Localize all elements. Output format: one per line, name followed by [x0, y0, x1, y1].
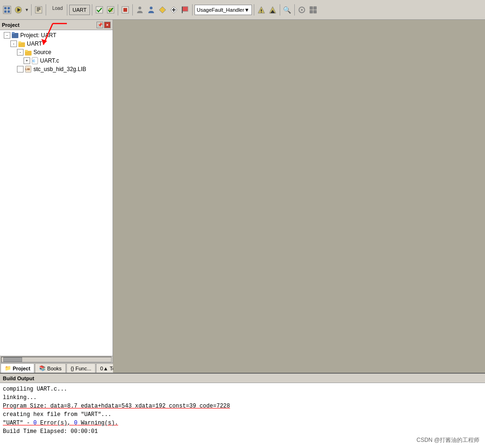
source-label: Source: [33, 49, 51, 56]
toolbar-icon-1[interactable]: [2, 5, 12, 15]
sep-8: [254, 4, 254, 16]
tree-item-project[interactable]: - Project: UART: [0, 31, 113, 40]
main-area: Project 📌 × - Project: UART: [0, 20, 485, 373]
toolbar-icon-dropdown[interactable]: ▼: [24, 5, 29, 15]
uart-c-icon: C: [31, 57, 39, 64]
toolbar-zoom-icon[interactable]: 🔍: [282, 5, 292, 15]
build-line-1: compiling UART.c...: [3, 385, 482, 393]
svg-rect-2: [8, 7, 10, 9]
svg-text:LIB: LIB: [25, 68, 30, 71]
svg-rect-32: [314, 7, 316, 9]
toolbar-person2-icon[interactable]: [146, 5, 156, 15]
build-output-title: Build Output: [3, 376, 34, 381]
sep-6: [132, 4, 133, 16]
tab-func[interactable]: {} Func...: [66, 363, 96, 373]
expand-uart-c[interactable]: +: [24, 57, 30, 64]
handler-dropdown[interactable]: UsageFault_Handler ▼: [194, 5, 252, 15]
toolbar-icon-translate[interactable]: Load: [48, 5, 65, 15]
tree-item-source[interactable]: - Source: [0, 48, 113, 56]
project-icon: [11, 32, 19, 39]
svg-rect-1: [4, 7, 7, 9]
editor-area[interactable]: [113, 20, 485, 373]
toolbar-flag-icon[interactable]: [180, 5, 190, 15]
build-line-5-text: "UART" -: [3, 420, 33, 426]
svg-rect-33: [310, 10, 313, 13]
svg-rect-3: [4, 10, 7, 13]
toolbar-debug-icon[interactable]: [256, 5, 267, 15]
tab-project-icon: 📁: [5, 365, 11, 371]
tab-books[interactable]: 📚 Books: [35, 363, 66, 373]
sep-4: [92, 4, 92, 16]
expand-source[interactable]: -: [17, 49, 24, 56]
svg-rect-4: [8, 10, 10, 13]
csdn-watermark: CSDN @打酱油的工程师: [416, 436, 479, 444]
svg-rect-22: [182, 7, 188, 11]
panel-scrollbar[interactable]: [0, 356, 113, 362]
toolbar-build-icon[interactable]: [105, 5, 116, 15]
build-output-panel: Build Output compiling UART.c... linking…: [0, 373, 485, 448]
tab-func-label: Func...: [75, 366, 91, 371]
toolbar-diamond-icon[interactable]: [157, 5, 168, 15]
sep-10: [294, 4, 295, 16]
project-label: Project: UART: [20, 32, 56, 39]
svg-text:C: C: [32, 59, 35, 63]
source-folder-icon: [24, 48, 32, 56]
svg-point-17: [150, 7, 153, 9]
toolbar-stop-icon[interactable]: [120, 5, 130, 15]
panel-close-button[interactable]: ×: [104, 22, 111, 28]
toolbar-check-icon[interactable]: [94, 5, 105, 15]
uart-button[interactable]: UART: [69, 5, 90, 15]
uart-c-label: UART.c: [40, 57, 59, 64]
svg-point-26: [261, 12, 262, 13]
build-line-3-text: Program Size: data=8.7 edata+hdata=543 x…: [3, 403, 230, 409]
build-output-content: compiling UART.c... linking... Program S…: [0, 383, 485, 448]
panel-header: Project 📌 ×: [0, 20, 113, 30]
uart-folder-icon: [18, 40, 25, 48]
svg-point-16: [138, 7, 141, 9]
svg-marker-18: [159, 7, 166, 13]
svg-rect-15: [123, 8, 127, 12]
sep-1: [31, 4, 32, 16]
tree-item-lib[interactable]: LIB stc_usb_hid_32g.LIB: [0, 65, 113, 73]
svg-rect-31: [310, 7, 313, 9]
panel-pin-button[interactable]: 📌: [97, 22, 103, 28]
svg-point-30: [301, 9, 303, 11]
build-line-4: creating hex file from "UART"...: [3, 410, 482, 419]
expand-project[interactable]: -: [4, 32, 10, 39]
svg-rect-39: [12, 32, 15, 34]
toolbar: ▼ Load UART: [0, 0, 485, 20]
toolbar-person-icon[interactable]: [135, 5, 145, 15]
sep-3: [67, 4, 67, 16]
tree-area: - Project: UART -: [0, 30, 113, 356]
sep-5: [118, 4, 118, 16]
toolbar-icon-3[interactable]: [33, 5, 44, 15]
build-line-5: "UART" - 0 Error(s), 0 Warning(s).: [3, 419, 482, 427]
build-line-3: Program Size: data=8.7 edata+hdata=543 x…: [3, 402, 482, 410]
toolbar-plus-icon[interactable]: [169, 5, 179, 15]
toolbar-grid-icon[interactable]: [308, 5, 318, 15]
tree-item-uart[interactable]: - UART: [0, 40, 113, 48]
sep-9: [280, 4, 280, 16]
panel-title: Project: [2, 22, 19, 28]
project-panel: Project 📌 × - Project: UART: [0, 20, 113, 373]
lib-icon: LIB: [24, 65, 32, 73]
build-line-6: Build Time Elapsed: 00:00:01: [3, 427, 482, 436]
toolbar-icon-2[interactable]: [13, 5, 24, 15]
build-line-5c: Warning(s).: [77, 420, 118, 426]
svg-rect-41: [18, 41, 21, 43]
svg-rect-7: [35, 7, 42, 13]
error-count: 0: [33, 420, 37, 426]
toolbar-run-icon[interactable]: [267, 5, 278, 15]
tab-project[interactable]: 📁 Project: [0, 363, 34, 373]
panel-tabs: 📁 Project 📚 Books {} Func... 0▲ Temp...: [0, 362, 113, 373]
svg-rect-34: [314, 10, 316, 13]
tab-project-label: Project: [13, 366, 30, 371]
tree-item-uart-c[interactable]: + C UART.c: [0, 56, 113, 65]
expand-uart[interactable]: -: [10, 40, 17, 47]
uart-label: UART: [27, 40, 42, 47]
sep-2: [46, 4, 46, 16]
expand-lib: [17, 66, 24, 72]
tab-books-icon: 📚: [39, 365, 46, 371]
toolbar-settings-icon[interactable]: [297, 5, 307, 15]
build-line-2: linking...: [3, 393, 482, 402]
